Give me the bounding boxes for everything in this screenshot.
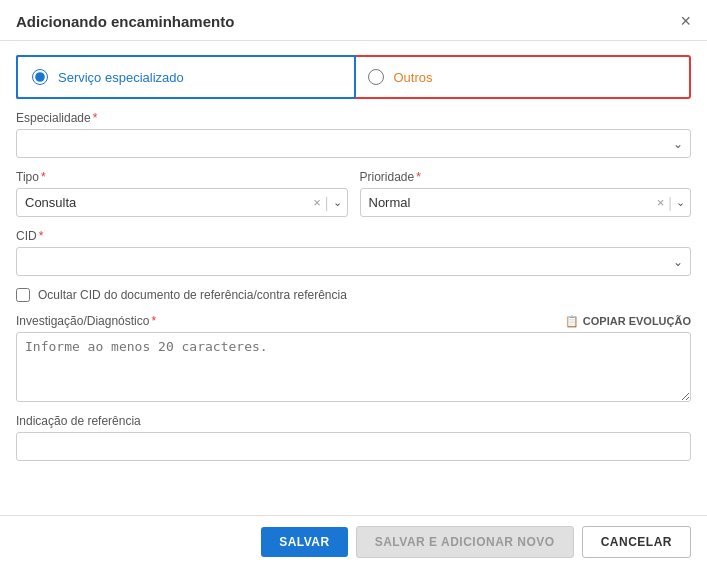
- ocultar-cid-group: Ocultar CID do documento de referência/c…: [16, 288, 691, 302]
- indicacao-label: Indicação de referência: [16, 414, 691, 428]
- indicacao-input[interactable]: [16, 432, 691, 461]
- cid-label: CID*: [16, 229, 691, 243]
- especialidade-label: Especialidade*: [16, 111, 691, 125]
- salvar-button[interactable]: SALVAR: [261, 527, 348, 557]
- cid-input-wrapper: ⌄: [16, 247, 691, 276]
- prioridade-select-controls: × | ⌄: [657, 188, 691, 217]
- radio-outros[interactable]: [368, 69, 384, 85]
- ocultar-cid-checkbox[interactable]: [16, 288, 30, 302]
- especialidade-group: Especialidade* ⌄: [16, 111, 691, 158]
- modal: Adicionando encaminhamento × Serviço esp…: [0, 0, 707, 568]
- prioridade-select-wrapper: Normal × | ⌄: [360, 188, 692, 217]
- radio-servico-label: Serviço especializado: [58, 70, 184, 85]
- indicacao-group: Indicação de referência: [16, 414, 691, 461]
- radio-outros-label: Outros: [394, 70, 433, 85]
- copy-icon: 📋: [565, 315, 579, 328]
- prioridade-label: Prioridade*: [360, 170, 692, 184]
- radio-option-servico[interactable]: Serviço especializado: [16, 55, 356, 99]
- cid-input[interactable]: [16, 247, 691, 276]
- investigacao-group: Investigação/Diagnóstico* 📋 COPIAR EVOLU…: [16, 314, 691, 402]
- close-button[interactable]: ×: [680, 12, 691, 30]
- cancelar-button[interactable]: CANCELAR: [582, 526, 691, 558]
- investigacao-textarea[interactable]: [16, 332, 691, 402]
- tipo-select-wrapper: Consulta × | ⌄: [16, 188, 348, 217]
- radio-servico-especializado[interactable]: [32, 69, 48, 85]
- tipo-group: Tipo* Consulta × | ⌄: [16, 170, 348, 217]
- modal-body: Serviço especializado Outros Especialida…: [0, 41, 707, 515]
- tipo-label: Tipo*: [16, 170, 348, 184]
- investigacao-label: Investigação/Diagnóstico*: [16, 314, 156, 328]
- radio-group: Serviço especializado Outros: [16, 55, 691, 99]
- prioridade-group: Prioridade* Normal × | ⌄: [360, 170, 692, 217]
- tipo-select-controls: × | ⌄: [313, 188, 347, 217]
- radio-option-outros[interactable]: Outros: [354, 57, 690, 97]
- modal-header: Adicionando encaminhamento ×: [0, 0, 707, 41]
- prioridade-clear-icon[interactable]: ×: [657, 195, 665, 210]
- prioridade-select[interactable]: Normal: [360, 188, 692, 217]
- salvar-adicionar-novo-button[interactable]: SALVAR E ADICIONAR NOVO: [356, 526, 574, 558]
- investigacao-header: Investigação/Diagnóstico* 📋 COPIAR EVOLU…: [16, 314, 691, 328]
- cid-group: CID* ⌄: [16, 229, 691, 276]
- tipo-chevron-icon: ⌄: [333, 196, 342, 209]
- modal-title: Adicionando encaminhamento: [16, 13, 234, 30]
- copiar-evolucao-button[interactable]: 📋 COPIAR EVOLUÇÃO: [565, 315, 691, 328]
- modal-footer: SALVAR SALVAR E ADICIONAR NOVO CANCELAR: [0, 515, 707, 568]
- tipo-clear-icon[interactable]: ×: [313, 195, 321, 210]
- tipo-select[interactable]: Consulta: [16, 188, 348, 217]
- tipo-prioridade-row: Tipo* Consulta × | ⌄ Prioridade*: [16, 170, 691, 217]
- especialidade-select[interactable]: [16, 129, 691, 158]
- prioridade-chevron-icon: ⌄: [676, 196, 685, 209]
- ocultar-cid-label: Ocultar CID do documento de referência/c…: [38, 288, 347, 302]
- especialidade-select-wrapper: ⌄: [16, 129, 691, 158]
